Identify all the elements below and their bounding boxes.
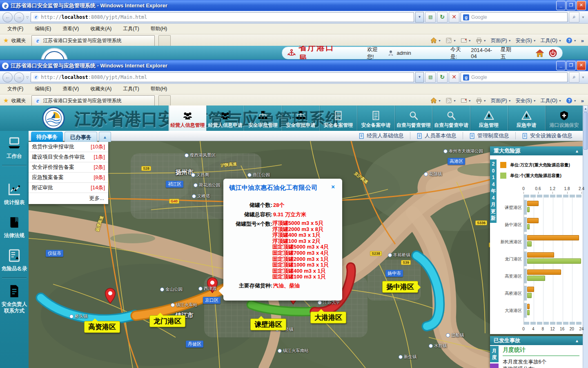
stop-button[interactable]: ✕ — [449, 12, 459, 22]
back-button[interactable]: ← — [2, 72, 13, 83]
mail-icon-button[interactable]: ▼ — [461, 37, 471, 44]
mail-icon-button[interactable]: ▼ — [461, 97, 471, 104]
search-box[interactable]: g Google — [461, 12, 568, 22]
nav-item-安全备案管理[interactable]: 安全备案管理 — [319, 105, 357, 131]
menu-item[interactable]: 文件(F) — [7, 85, 23, 92]
more-toolbar-icon[interactable]: » — [581, 98, 584, 104]
menu-item[interactable]: 查看(V) — [62, 25, 79, 32]
port-label-谏壁港区[interactable]: 谏壁港区 — [250, 319, 286, 330]
map-label-仪征市[interactable]: 仪征市 — [46, 250, 63, 257]
search-button[interactable]: ⌕ — [569, 72, 579, 83]
favorites-star-icon[interactable]: ★ — [3, 97, 9, 104]
accidents-panel-header[interactable]: 已发生事故 ▲ — [490, 336, 583, 345]
menu-item[interactable]: 编辑(E) — [35, 85, 51, 92]
close-button[interactable]: ✕ — [577, 1, 586, 10]
search-options-icon[interactable]: ▼ — [581, 76, 585, 79]
nav-item-安全审批申请[interactable]: 安全审批申请 — [282, 105, 319, 131]
nav-item-经营人信息申请[interactable]: 经营人信息申请 — [206, 105, 244, 131]
command-item[interactable]: 安全(S)▼ — [516, 37, 536, 44]
collapse-icon[interactable]: ▲ — [575, 339, 579, 343]
nav-item-港口设施保安[interactable]: 港口设施保安 — [545, 105, 583, 131]
favorites-label[interactable]: 收藏夹 — [11, 97, 26, 104]
monthly-side-tab[interactable]: 月度 — [490, 346, 499, 362]
map-label-丹徒区[interactable]: 丹徒区 — [186, 341, 203, 348]
home-icon-button[interactable]: ▼ — [430, 37, 441, 44]
sidebar-item-法律法规[interactable]: 法律法规 — [0, 210, 29, 243]
refresh-button[interactable]: ↻ — [437, 72, 448, 83]
task-collapse-icon[interactable]: ▲ — [99, 132, 111, 142]
url-field[interactable]: e http://localhost:8080/yjpt/Main.html — [31, 72, 414, 82]
forward-button[interactable]: → — [14, 72, 24, 83]
hazard-panel-header[interactable]: 重大危险源 ▲ — [490, 146, 583, 155]
close-button[interactable]: ✕ — [577, 61, 586, 70]
nav-item-安全审批管理[interactable]: 安全审批管理 — [244, 105, 281, 131]
favorites-star-icon[interactable]: ★ — [3, 37, 9, 44]
menu-item[interactable]: 帮助(H) — [151, 85, 167, 92]
menu-item[interactable]: 工具(T) — [123, 85, 139, 92]
task-row[interactable]: 危货作业申报审批[10条] — [29, 142, 108, 152]
port-label-高资港区[interactable]: 高资港区 — [84, 321, 120, 333]
task-row[interactable]: 安全评价报告备案[2条] — [29, 162, 108, 173]
restore-button[interactable]: ❐ — [566, 61, 576, 70]
subnav-item-安全设施设备信息[interactable]: 安全设施设备信息 — [515, 132, 579, 139]
rss-icon-button[interactable]: ▼ — [445, 37, 456, 44]
browser-tab[interactable]: e 江苏省港口安全监管与应急管理系统 — [31, 35, 155, 46]
port-label-龙门港区[interactable]: 龙门港区 — [149, 315, 185, 327]
subnav-item-经营人基础信息[interactable]: 经营人基础信息 — [352, 132, 410, 139]
favorites-label[interactable]: 收藏夹 — [11, 37, 26, 44]
sidebar-item-统计报表[interactable]: 统计报表 — [0, 177, 29, 210]
history-dropdown-icon[interactable]: ▽ — [26, 16, 29, 19]
command-item[interactable]: 页面(P)▼ — [491, 37, 511, 44]
sidebar-item-危险品名录[interactable]: 危险品名录 — [0, 243, 29, 276]
nav-item-经营人信息管理[interactable]: 经营人信息管理 — [169, 105, 206, 131]
help-button[interactable]: ▼ — [566, 37, 577, 44]
new-tab-button[interactable] — [158, 35, 171, 46]
restore-button[interactable]: ❐ — [566, 1, 576, 10]
search-box[interactable]: g Google — [461, 72, 568, 82]
task-row[interactable]: 应急预案备案[8条] — [29, 173, 108, 183]
search-button[interactable]: ⌕ — [569, 12, 579, 22]
inner-title-bar[interactable]: e 江苏省港口安全监管与应急管理系统 - Windows Internet Ex… — [0, 60, 588, 71]
menu-item[interactable]: 编辑(E) — [35, 25, 51, 32]
home-icon-button[interactable]: ▼ — [430, 97, 441, 104]
command-item[interactable]: 工具(O)▼ — [541, 37, 561, 44]
outer-title-bar[interactable]: e 江苏省港口安全监管与应急管理系统 - Windows Internet Ex… — [0, 0, 588, 11]
map-label-京口区[interactable]: 京口区 — [203, 297, 220, 304]
print-icon-button[interactable]: ▼ — [476, 37, 486, 44]
menu-item[interactable]: 文件(F) — [7, 25, 23, 32]
sidebar-item-工作台[interactable]: 工作台 — [0, 131, 29, 164]
task-row[interactable]: 附证审批[14条] — [29, 183, 108, 193]
help-button[interactable]: ▼ — [566, 97, 577, 104]
map-label-祁江区[interactable]: 祁江区 — [166, 181, 183, 188]
task-more-link[interactable]: 更多... — [29, 193, 108, 204]
forward-button[interactable]: → — [14, 12, 24, 22]
new-tab-button[interactable] — [158, 95, 171, 106]
history-dropdown-icon[interactable]: ▽ — [26, 76, 29, 79]
back-button[interactable]: ← — [2, 12, 13, 22]
task-row[interactable]: 建设项目安全条件审批[1条] — [29, 152, 108, 162]
url-field[interactable]: e http://localhost:8080/yjpt/Main.html — [31, 12, 414, 22]
browser-tab[interactable]: e 江苏省港口安全监管与应急管理系统 — [31, 95, 155, 106]
logout-power-icon[interactable] — [548, 49, 557, 58]
url-dropdown-button[interactable]: ▼ — [415, 72, 424, 83]
menu-item[interactable]: 收藏夹(A) — [90, 25, 111, 32]
map-label-扬中市[interactable]: 扬中市 — [385, 270, 403, 277]
nav-item-应急管理[interactable]: 应急管理 — [470, 105, 508, 131]
menu-item[interactable]: 查看(V) — [62, 85, 79, 92]
print-icon-button[interactable]: ▼ — [476, 97, 486, 104]
url-dropdown-button[interactable]: ▼ — [415, 12, 424, 22]
nav-item-自查与督查管理[interactable]: 自查与督查管理 — [394, 105, 432, 131]
rss-icon-button[interactable]: ▼ — [445, 97, 456, 104]
stop-button[interactable]: ✕ — [449, 72, 459, 83]
map-label-高港区[interactable]: 高港区 — [448, 158, 465, 165]
compatibility-view-button[interactable]: ▧ — [425, 12, 436, 22]
command-item[interactable]: 工具(O)▼ — [541, 97, 561, 104]
scroll-thumb[interactable] — [584, 112, 588, 150]
nav-item-应急申请[interactable]: 应急申请 — [508, 105, 545, 131]
menu-item[interactable]: 收藏夹(A) — [90, 85, 111, 92]
grade-side-tab[interactable] — [490, 364, 499, 368]
nav-item-安全备案申请[interactable]: 安全备案申请 — [357, 105, 394, 131]
more-toolbar-icon[interactable]: » — [581, 38, 584, 44]
search-options-icon[interactable]: ▼ — [581, 16, 585, 19]
minimize-button[interactable]: _ — [556, 61, 566, 70]
